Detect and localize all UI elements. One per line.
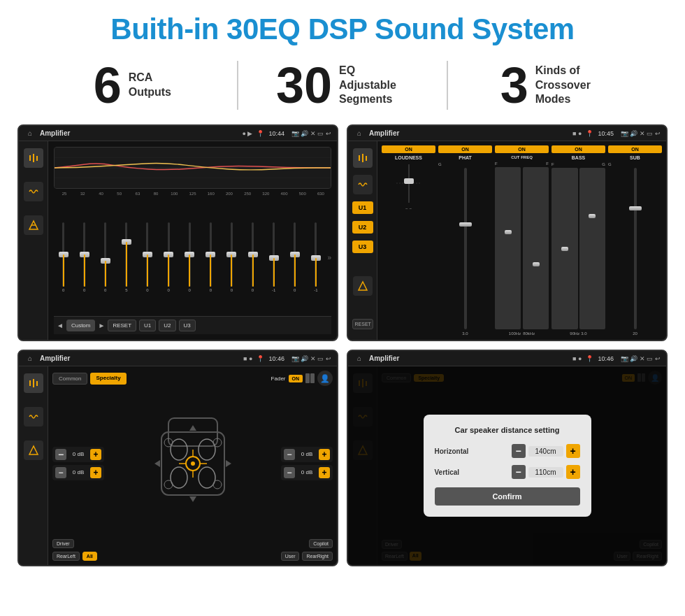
- eq-slider-col-13[interactable]: -1: [306, 222, 325, 292]
- fader-sidebar-icon-3[interactable]: [24, 440, 43, 460]
- loudness-label: LOUDNESS: [395, 155, 422, 160]
- eq-sidebar-icon-1[interactable]: [24, 148, 43, 168]
- eq-status-dots: ● ▶: [243, 130, 253, 137]
- eq-slider-col-4[interactable]: 5: [117, 222, 136, 292]
- freq-63: 63: [129, 192, 147, 196]
- eq-graph: [54, 147, 331, 189]
- fader-sidebar-icon-2[interactable]: [24, 407, 43, 427]
- crossover-home-icon[interactable]: ⌂: [354, 128, 365, 139]
- crossover-sidebar-icon-1[interactable]: [353, 148, 373, 168]
- crossover-sidebar-icon-3[interactable]: [353, 276, 373, 296]
- fader-tab-common[interactable]: Common: [52, 373, 87, 385]
- eq-slider-col-6[interactable]: 0: [159, 222, 178, 292]
- eq-slider-col-3[interactable]: 0: [96, 222, 115, 292]
- slider-val-1: 0: [62, 288, 64, 292]
- position-labels-row: Driver Copilot: [52, 539, 333, 548]
- stat-eq: 30 EQ AdjustableSegments: [252, 60, 433, 110]
- channel-sub: ON SUB G 20: [608, 145, 662, 336]
- eq-time: 10:44: [268, 130, 284, 137]
- eq-main-area: 25 32 40 50 63 80 100 125 160 200 250 32…: [48, 141, 337, 340]
- home-icon[interactable]: ⌂: [24, 128, 36, 139]
- eq-play-icon[interactable]: ►: [98, 322, 105, 329]
- db-plus-3[interactable]: +: [319, 449, 330, 460]
- eq-slider-col-7[interactable]: 0: [180, 222, 199, 292]
- confirm-button[interactable]: Confirm: [435, 487, 580, 506]
- fader-sidebar: [19, 366, 48, 565]
- dialog-vertical-plus[interactable]: +: [566, 465, 580, 479]
- slider-val-4: 5: [125, 288, 127, 292]
- svg-rect-10: [362, 154, 363, 162]
- sub-on-btn[interactable]: ON: [608, 145, 662, 153]
- slider-val-8: 0: [210, 288, 212, 292]
- fader-content: Common Specialty Fader ON 👤: [19, 366, 337, 565]
- slider-val-11: -1: [272, 288, 275, 292]
- svg-point-22: [171, 439, 187, 460]
- fader-tabs: Common Specialty: [52, 373, 127, 385]
- fader-on-btn[interactable]: ON: [289, 375, 303, 382]
- eq-slider-col-1[interactable]: 0: [54, 222, 73, 292]
- db-plus-2[interactable]: +: [90, 467, 101, 478]
- stat-label-rca: RCAOutputs: [129, 71, 171, 100]
- svg-point-27: [191, 461, 195, 466]
- u2-preset-btn[interactable]: U2: [352, 221, 373, 234]
- position-user[interactable]: User: [281, 552, 300, 561]
- bass-on-btn[interactable]: ON: [551, 145, 605, 153]
- main-container: Buith-in 30EQ DSP Sound System 6 RCAOutp…: [0, 0, 685, 616]
- db-ctrl-4: − 0 dB +: [281, 465, 333, 480]
- svg-marker-34: [154, 460, 160, 467]
- eq-slider-col-9[interactable]: 0: [222, 222, 241, 292]
- dialog-vertical-label: Vertical: [435, 468, 460, 476]
- fader-home-icon[interactable]: ⌂: [24, 353, 36, 364]
- db-minus-4[interactable]: −: [284, 467, 295, 478]
- fader-profile-icon[interactable]: 👤: [317, 371, 333, 386]
- dialog-horizontal-value: 140cm: [528, 446, 563, 457]
- u1-preset-btn[interactable]: U1: [352, 201, 373, 214]
- crossover-sidebar-icon-2[interactable]: [353, 175, 373, 194]
- freq-32: 32: [73, 192, 92, 196]
- eq-sliders-area: 0 0: [54, 199, 331, 316]
- eq-slider-col-10[interactable]: 0: [243, 222, 262, 292]
- fader-sidebar-icon-1[interactable]: [24, 373, 43, 393]
- eq-slider-col-2[interactable]: 0: [75, 222, 94, 292]
- svg-rect-2: [36, 156, 38, 161]
- dialog-home-icon[interactable]: ⌂: [354, 353, 365, 364]
- eq-slider-col-12[interactable]: 0: [285, 222, 304, 292]
- eq-scroll-arrows[interactable]: »: [327, 254, 331, 262]
- position-driver[interactable]: Driver: [52, 539, 74, 548]
- eq-u2-btn[interactable]: U2: [159, 320, 175, 331]
- cutfreq-on-btn[interactable]: ON: [495, 145, 549, 153]
- db-plus-4[interactable]: +: [319, 467, 330, 478]
- db-minus-2[interactable]: −: [55, 467, 66, 478]
- db-minus-3[interactable]: −: [284, 449, 295, 460]
- dialog-horizontal-minus[interactable]: −: [512, 444, 526, 458]
- db-minus-1[interactable]: −: [55, 449, 66, 460]
- loudness-on-btn[interactable]: ON: [382, 145, 435, 153]
- dialog-horizontal-plus[interactable]: +: [566, 444, 580, 458]
- position-rearleft[interactable]: RearLeft: [52, 552, 80, 561]
- eq-reset-btn[interactable]: RESET: [108, 320, 136, 331]
- svg-marker-35: [226, 460, 231, 467]
- position-copilot[interactable]: Copilot: [309, 539, 333, 548]
- dialog-vertical-minus[interactable]: −: [512, 465, 526, 479]
- eq-slider-col-8[interactable]: 0: [201, 222, 220, 292]
- phat-on-btn[interactable]: ON: [438, 145, 492, 153]
- eq-freq-labels: 25 32 40 50 63 80 100 125 160 200 250 32…: [54, 192, 331, 196]
- u3-preset-btn[interactable]: U3: [352, 241, 373, 253]
- eq-u3-btn[interactable]: U3: [179, 320, 196, 331]
- eq-slider-col-11[interactable]: -1: [264, 222, 283, 292]
- freq-100: 100: [165, 192, 183, 196]
- position-rearright[interactable]: RearRight: [302, 552, 333, 561]
- eq-prev-icon[interactable]: ◄: [57, 322, 64, 329]
- eq-location-icon: 📍: [257, 130, 264, 137]
- eq-slider-col-5[interactable]: 0: [138, 222, 157, 292]
- freq-50: 50: [110, 192, 129, 196]
- eq-sidebar-icon-2[interactable]: [24, 182, 43, 201]
- eq-sidebar-icon-3[interactable]: [24, 215, 43, 235]
- db-plus-1[interactable]: +: [90, 449, 101, 460]
- crossover-reset-btn[interactable]: RESET: [352, 319, 373, 329]
- fader-tab-specialty[interactable]: Specialty: [90, 373, 126, 385]
- channel-loudness: ON LOUDNESS ~~: [382, 145, 435, 336]
- eq-u1-btn[interactable]: U1: [139, 320, 156, 331]
- channel-phat: ON PHAT G 3.0: [438, 145, 492, 336]
- position-all[interactable]: All: [82, 552, 97, 561]
